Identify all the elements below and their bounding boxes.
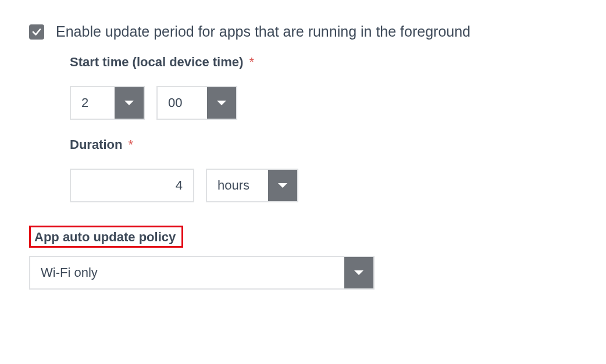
duration-unit-select[interactable]: hours bbox=[206, 169, 298, 202]
start-minute-select[interactable]: 00 bbox=[156, 86, 237, 120]
enable-update-period-label: Enable update period for apps that are r… bbox=[56, 23, 470, 40]
chevron-down-icon bbox=[216, 99, 227, 106]
duration-block: Duration * 4 hours bbox=[70, 137, 577, 202]
chevron-down-icon bbox=[124, 99, 134, 106]
enable-update-period-checkbox[interactable] bbox=[29, 24, 44, 40]
duration-unit-dropdown-button[interactable] bbox=[268, 170, 297, 201]
duration-value-input[interactable]: 4 bbox=[70, 169, 194, 202]
start-time-label: Start time (local device time) * bbox=[70, 55, 577, 70]
start-hour-dropdown-button[interactable] bbox=[115, 87, 144, 119]
duration-unit-value: hours bbox=[207, 170, 268, 201]
policy-value: Wi-Fi only bbox=[30, 257, 344, 288]
start-time-label-text: Start time (local device time) bbox=[70, 55, 243, 69]
start-minute-dropdown-button[interactable] bbox=[207, 87, 236, 119]
duration-label: Duration * bbox=[70, 137, 577, 152]
duration-label-text: Duration bbox=[70, 137, 122, 152]
start-hour-select[interactable]: 2 bbox=[70, 86, 145, 120]
policy-label: App auto update policy bbox=[34, 230, 176, 244]
policy-label-highlight: App auto update policy bbox=[29, 226, 183, 248]
start-hour-value: 2 bbox=[71, 87, 115, 119]
chevron-down-icon bbox=[277, 182, 288, 189]
start-time-controls: 2 00 bbox=[70, 86, 577, 120]
start-minute-value: 00 bbox=[158, 87, 207, 119]
policy-block: App auto update policy Wi-Fi only bbox=[29, 220, 577, 290]
start-time-block: Start time (local device time) * 2 00 bbox=[70, 55, 577, 120]
duration-value: 4 bbox=[71, 170, 193, 201]
enable-update-period-row: Enable update period for apps that are r… bbox=[29, 23, 577, 40]
policy-select[interactable]: Wi-Fi only bbox=[29, 256, 375, 290]
checkmark-icon bbox=[31, 27, 42, 37]
required-indicator: * bbox=[129, 137, 134, 152]
chevron-down-icon bbox=[354, 269, 364, 276]
required-indicator: * bbox=[249, 55, 254, 69]
policy-controls: Wi-Fi only bbox=[29, 256, 577, 290]
duration-controls: 4 hours bbox=[70, 169, 577, 202]
policy-dropdown-button[interactable] bbox=[344, 257, 373, 288]
